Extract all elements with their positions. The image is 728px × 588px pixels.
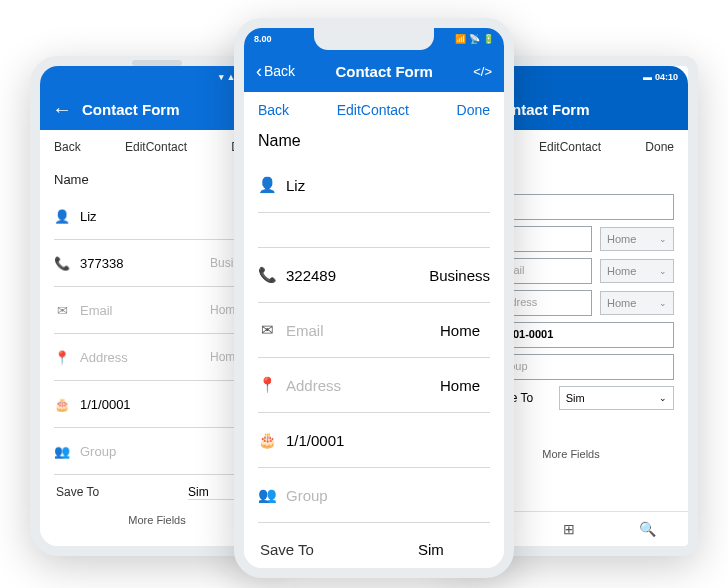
phone-type-select[interactable]: Home⌄: [600, 227, 674, 251]
battery-icon: 🔋: [483, 34, 494, 44]
save-to-select[interactable]: Sim⌄: [559, 386, 674, 410]
group-icon: 👥: [54, 444, 70, 459]
phone-field[interactable]: 📞 322489 Business: [258, 248, 490, 303]
date-input[interactable]: 01-01-0001: [490, 322, 674, 348]
group-icon: 👥: [258, 486, 276, 504]
save-to-row: Save To Sim: [258, 523, 490, 564]
address-type[interactable]: Home: [440, 377, 490, 394]
name-input[interactable]: Liz: [490, 194, 674, 220]
subnav-mid: EditContact: [125, 140, 187, 154]
subnav-done[interactable]: Done: [457, 102, 490, 118]
save-to-label: Save To: [260, 541, 314, 558]
status-time: 8.00: [254, 34, 272, 44]
email-type-select[interactable]: Home⌄: [600, 259, 674, 283]
code-button[interactable]: </>: [473, 64, 492, 79]
chevron-left-icon: ‹: [256, 61, 262, 82]
page-title: Contact Form: [492, 101, 676, 118]
email-field[interactable]: ✉ Email Home: [258, 303, 490, 358]
signal-icon: 📶: [455, 34, 466, 44]
page-title: Contact Form: [295, 63, 473, 80]
address-field[interactable]: 📍 Address Home: [54, 334, 260, 381]
cake-icon: 🎂: [54, 397, 70, 412]
win-home-icon[interactable]: ⊞: [563, 521, 575, 537]
name-label: Name: [258, 132, 490, 150]
subnav-mid: EditContact: [539, 140, 601, 154]
name-field[interactable]: 👤 Liz: [258, 158, 490, 213]
name-field[interactable]: 👤 Liz: [54, 193, 260, 240]
group-field[interactable]: 👥 Group: [54, 428, 260, 475]
name-label: Name: [54, 172, 260, 187]
address-type-select[interactable]: Home⌄: [600, 291, 674, 315]
phone-field[interactable]: 📞 377338 Business: [54, 240, 260, 287]
subnav-back[interactable]: Back: [54, 140, 81, 154]
subnav-mid: EditContact: [337, 102, 409, 118]
group-field[interactable]: 👥 Group: [258, 468, 490, 523]
save-to-select[interactable]: Sim: [418, 541, 488, 558]
group-input[interactable]: Group: [490, 354, 674, 380]
phone-icon: 📞: [54, 256, 70, 271]
date-field[interactable]: 🎂 1/1/0001: [258, 413, 490, 468]
email-field[interactable]: ✉ Email Home: [54, 287, 260, 334]
location-icon: 📍: [258, 376, 276, 394]
date-field[interactable]: 🎂 1/1/0001: [54, 381, 260, 428]
spacer-line: [258, 217, 490, 248]
email-type[interactable]: Home: [440, 322, 490, 339]
person-icon: 👤: [258, 176, 276, 194]
person-icon: 👤: [54, 209, 70, 224]
back-arrow-icon[interactable]: ←: [52, 98, 72, 121]
more-fields-button[interactable]: More Fields: [54, 506, 260, 534]
back-button[interactable]: ‹Back: [256, 61, 295, 82]
save-to-label: Save To: [56, 485, 99, 500]
status-time: 04:10: [655, 72, 678, 82]
chevron-down-icon: ⌄: [659, 234, 667, 244]
address-field[interactable]: 📍 Address Home: [258, 358, 490, 413]
cake-icon: 🎂: [258, 431, 276, 449]
phone-type[interactable]: Business: [429, 267, 490, 284]
navbar: ‹Back Contact Form </>: [244, 50, 504, 92]
subnav-done[interactable]: Done: [645, 140, 674, 154]
chevron-down-icon: ⌄: [659, 266, 667, 276]
win-search-icon[interactable]: 🔍: [639, 521, 656, 537]
chevron-down-icon: ⌄: [659, 393, 667, 403]
mail-icon: ✉: [54, 303, 70, 318]
mail-icon: ✉: [258, 321, 276, 339]
subnav-back[interactable]: Back: [258, 102, 289, 118]
sub-nav: Back EditContact Done: [244, 92, 504, 128]
phone-icon: 📞: [258, 266, 276, 284]
wifi-icon: 📡: [469, 34, 480, 44]
location-icon: 📍: [54, 350, 70, 365]
save-to-row: Save To Sim: [54, 475, 260, 506]
chevron-down-icon: ⌄: [659, 298, 667, 308]
